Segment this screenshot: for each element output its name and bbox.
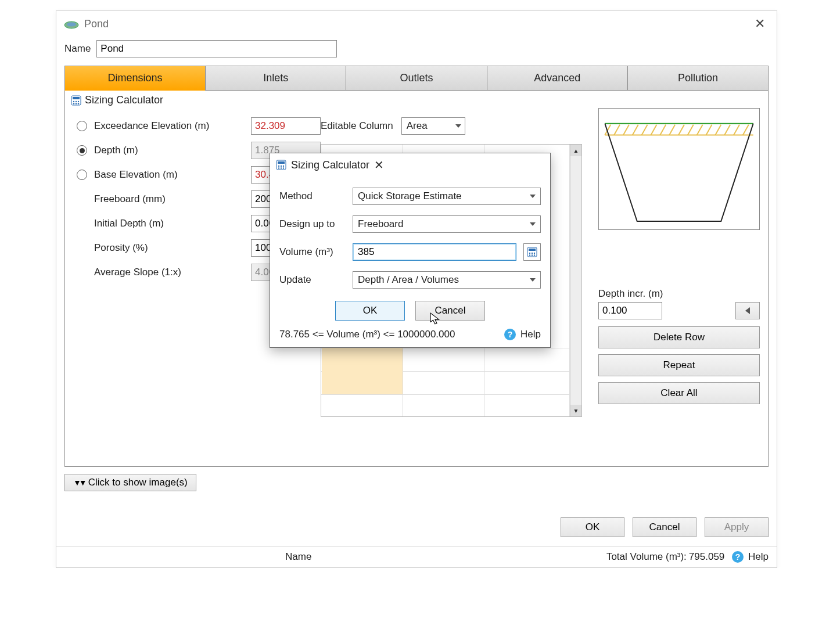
base-label: Base Elevation (m) xyxy=(94,169,251,181)
tab-advanced[interactable]: Advanced xyxy=(487,66,628,91)
volume-calc-button[interactable] xyxy=(523,243,541,261)
volume-constraint-text: 78.765 <= Volume (m³) <= 1000000.000 xyxy=(279,329,455,340)
svg-line-20 xyxy=(688,125,694,135)
design-up-to-label: Design up to xyxy=(279,218,346,230)
method-select[interactable]: Quick Storage Estimate xyxy=(353,188,541,205)
help-icon[interactable]: ? xyxy=(504,329,516,340)
pond-app-icon xyxy=(63,18,80,30)
editable-column-label: Editable Column xyxy=(321,120,393,132)
svg-point-36 xyxy=(283,167,284,168)
dialog-apply-button[interactable]: Apply xyxy=(705,517,769,537)
svg-line-14 xyxy=(633,125,638,135)
arrow-left-button[interactable] xyxy=(735,302,760,319)
dialog-cancel-button[interactable]: Cancel xyxy=(633,517,696,537)
svg-point-32 xyxy=(281,166,282,167)
tab-outlets[interactable]: Outlets xyxy=(346,66,487,91)
modal-close-icon[interactable]: ✕ xyxy=(374,158,384,172)
svg-line-18 xyxy=(669,125,675,135)
depth-incr-label: Depth incr. (m) xyxy=(598,288,760,300)
calculator-icon xyxy=(276,160,286,170)
clear-all-button[interactable]: Clear All xyxy=(598,382,760,404)
svg-point-1 xyxy=(67,23,76,27)
svg-point-34 xyxy=(278,167,279,168)
svg-point-44 xyxy=(534,254,535,256)
radio-depth[interactable] xyxy=(77,145,87,156)
table-scrollbar[interactable]: ▲ ▼ xyxy=(570,145,581,416)
update-label: Update xyxy=(279,274,346,286)
modal-title: Sizing Calculator xyxy=(291,159,369,171)
radio-exceedance[interactable] xyxy=(77,121,87,131)
svg-line-19 xyxy=(678,125,684,135)
svg-point-8 xyxy=(76,103,77,104)
svg-point-33 xyxy=(283,166,284,167)
svg-line-17 xyxy=(660,125,666,135)
method-label: Method xyxy=(279,190,346,202)
close-icon[interactable]: ✕ xyxy=(750,16,770,31)
dialog-ok-button[interactable]: OK xyxy=(561,517,624,537)
radio-base[interactable] xyxy=(77,170,87,180)
svg-point-43 xyxy=(532,254,533,256)
svg-line-25 xyxy=(734,125,739,135)
sizing-calculator-dialog: Sizing Calculator ✕ Method Quick Storage… xyxy=(270,153,551,348)
svg-point-5 xyxy=(76,100,77,102)
avg-slope-label: Average Slope (1:x) xyxy=(94,267,251,278)
name-input[interactable] xyxy=(96,40,337,57)
tab-pollution[interactable]: Pollution xyxy=(627,66,769,91)
show-images-button[interactable]: ▼▼ Click to show image(s) xyxy=(64,474,196,491)
scroll-down-icon[interactable]: ▼ xyxy=(570,405,581,416)
svg-line-16 xyxy=(651,125,656,135)
modal-help-label[interactable]: Help xyxy=(520,329,541,340)
update-select[interactable]: Depth / Area / Volumes xyxy=(353,271,541,289)
svg-line-24 xyxy=(724,125,730,135)
right-controls: Depth incr. (m) Delete Row Repeat Clear … xyxy=(598,288,760,410)
svg-point-39 xyxy=(529,253,530,254)
double-chevron-down-icon: ▼▼ xyxy=(73,478,85,487)
window-title: Pond xyxy=(84,18,109,30)
modal-cancel-button[interactable]: Cancel xyxy=(415,301,485,321)
depth-incr-input[interactable] xyxy=(598,302,662,319)
titlebar: Pond ✕ xyxy=(56,11,777,37)
depth-label: Depth (m) xyxy=(94,145,251,156)
svg-point-31 xyxy=(278,166,279,167)
total-volume-label: Total Volume (m³): xyxy=(606,551,687,563)
name-row: Name xyxy=(56,37,777,66)
scroll-up-icon[interactable]: ▲ xyxy=(570,145,581,156)
svg-rect-38 xyxy=(529,249,536,251)
tabstrip: Dimensions Inlets Outlets Advanced Pollu… xyxy=(64,66,769,91)
design-up-to-select[interactable]: Freeboard xyxy=(353,215,541,233)
svg-line-12 xyxy=(614,125,620,135)
repeat-button[interactable]: Repeat xyxy=(598,354,760,376)
statusbar-help-label[interactable]: Help xyxy=(748,551,769,563)
svg-line-13 xyxy=(623,125,629,135)
pond-dialog: Pond ✕ Name Dimensions Inlets Outlets Ad… xyxy=(56,10,777,568)
section-title: Sizing Calculator xyxy=(85,94,163,106)
svg-marker-28 xyxy=(745,307,750,314)
svg-point-35 xyxy=(281,167,282,168)
porosity-label: Porosity (%) xyxy=(94,242,251,254)
svg-point-4 xyxy=(73,100,74,102)
name-label: Name xyxy=(64,43,91,55)
svg-line-21 xyxy=(697,125,703,135)
svg-line-23 xyxy=(715,125,721,135)
tab-dimensions[interactable]: Dimensions xyxy=(64,66,206,91)
svg-point-40 xyxy=(532,253,533,254)
volume-input[interactable] xyxy=(353,243,516,261)
svg-line-22 xyxy=(706,125,712,135)
svg-rect-30 xyxy=(278,161,285,164)
svg-point-9 xyxy=(78,103,79,104)
initial-depth-label: Initial Depth (m) xyxy=(94,218,251,229)
help-icon[interactable]: ? xyxy=(732,551,744,563)
editable-column-select[interactable]: Area xyxy=(401,117,465,135)
svg-line-26 xyxy=(743,125,749,135)
volume-label: Volume (m³) xyxy=(279,246,346,258)
dialog-button-row: OK Cancel Apply xyxy=(561,517,769,537)
calculator-icon[interactable] xyxy=(71,95,81,106)
tab-inlets[interactable]: Inlets xyxy=(205,66,346,91)
exceedance-input[interactable] xyxy=(251,117,321,135)
modal-titlebar: Sizing Calculator ✕ xyxy=(270,153,550,177)
cross-section-preview xyxy=(598,108,760,230)
delete-row-button[interactable]: Delete Row xyxy=(598,326,760,348)
modal-ok-button[interactable]: OK xyxy=(335,301,405,321)
exceedance-label: Exceedance Elevation (m) xyxy=(94,120,251,132)
svg-point-42 xyxy=(529,254,530,256)
